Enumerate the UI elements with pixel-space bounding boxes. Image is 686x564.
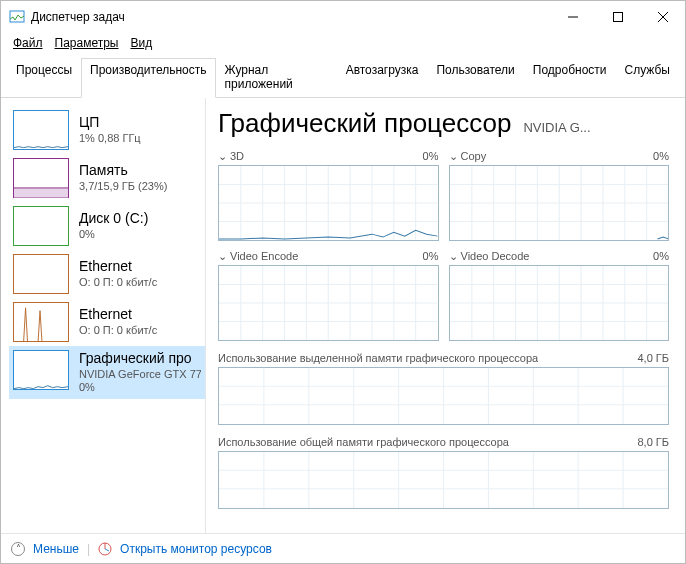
- chart-vencode-plot[interactable]: [218, 265, 439, 341]
- minimize-button[interactable]: [550, 2, 595, 31]
- sidebar-eth1-title: Ethernet: [79, 306, 157, 324]
- memory-sparkline: [13, 158, 69, 198]
- chart-vencode-label[interactable]: Video Encode: [230, 250, 298, 262]
- sidebar-cpu-sub: 1% 0,88 ГГц: [79, 132, 141, 146]
- sidebar-disk-sub: 0%: [79, 228, 148, 242]
- shared-memory-row: Использование общей памяти графического …: [218, 433, 669, 509]
- chart-copy-label[interactable]: Copy: [461, 150, 487, 162]
- gpu-model: NVIDIA G...: [523, 120, 590, 135]
- window-title: Диспетчер задач: [31, 10, 550, 24]
- sidebar-item-gpu[interactable]: Графический про NVIDIA GeForce GTX 770 0…: [9, 346, 205, 399]
- chart-3d: ⌄ 3D 0%: [218, 147, 439, 241]
- fewer-details-link[interactable]: Меньше: [33, 542, 79, 556]
- sidebar-gpu-title: Графический про: [79, 350, 201, 368]
- sidebar-eth0-sub: О: 0 П: 0 кбит/с: [79, 276, 157, 290]
- sidebar: ЦП 1% 0,88 ГГц Память 3,7/15,9 ГБ (23%) …: [1, 98, 206, 533]
- chart-vdecode-label[interactable]: Video Decode: [461, 250, 530, 262]
- chart-copy-plot[interactable]: [449, 165, 670, 241]
- tab-services[interactable]: Службы: [616, 58, 679, 97]
- maximize-button[interactable]: [595, 2, 640, 31]
- chevron-down-icon[interactable]: ⌄: [218, 150, 227, 163]
- chevron-down-icon[interactable]: ⌄: [449, 250, 458, 263]
- svg-rect-5: [14, 188, 68, 198]
- chevron-down-icon[interactable]: ⌄: [449, 150, 458, 163]
- tab-processes[interactable]: Процессы: [7, 58, 81, 97]
- chart-3d-plot[interactable]: [218, 165, 439, 241]
- tab-users[interactable]: Пользователи: [427, 58, 523, 97]
- chart-vdecode-value: 0%: [653, 250, 669, 262]
- dedicated-mem-value: 4,0 ГБ: [637, 352, 669, 364]
- gpu-sparkline: [13, 350, 69, 390]
- detail-panel: Графический процессор NVIDIA G... ⌄ 3D 0…: [206, 98, 685, 533]
- titlebar: Диспетчер задач: [1, 1, 685, 32]
- tab-app-history[interactable]: Журнал приложений: [216, 58, 337, 97]
- shared-mem-value: 8,0 ГБ: [637, 436, 669, 448]
- sidebar-gpu-sub2: 0%: [79, 381, 201, 395]
- shared-mem-plot[interactable]: [218, 451, 669, 509]
- sidebar-memory-title: Память: [79, 162, 167, 180]
- sidebar-item-memory[interactable]: Память 3,7/15,9 ГБ (23%): [9, 154, 205, 202]
- chart-vencode-value: 0%: [423, 250, 439, 262]
- open-resource-monitor-link[interactable]: Открыть монитор ресурсов: [120, 542, 272, 556]
- svg-line-79: [105, 549, 109, 551]
- sidebar-eth1-sub: О: 0 П: 0 кбит/с: [79, 324, 157, 338]
- sidebar-gpu-sub1: NVIDIA GeForce GTX 770: [79, 368, 201, 382]
- main-area: ЦП 1% 0,88 ГГц Память 3,7/15,9 ГБ (23%) …: [1, 98, 685, 533]
- sidebar-item-disk[interactable]: Диск 0 (C:) 0%: [9, 202, 205, 250]
- chart-vdecode-plot[interactable]: [449, 265, 670, 341]
- dedicated-mem-label: Использование выделенной памяти графичес…: [218, 352, 538, 364]
- svg-rect-2: [613, 12, 622, 21]
- chart-video-encode: ⌄ Video Encode 0%: [218, 247, 439, 341]
- collapse-icon[interactable]: ˄: [11, 542, 25, 556]
- app-icon: [9, 9, 25, 25]
- tab-performance[interactable]: Производительность: [81, 58, 215, 98]
- eth0-sparkline: [13, 254, 69, 294]
- footer: ˄ Меньше | Открыть монитор ресурсов: [1, 533, 685, 563]
- chart-copy-value: 0%: [653, 150, 669, 162]
- chart-copy: ⌄ Copy 0%: [449, 147, 670, 241]
- sidebar-item-cpu[interactable]: ЦП 1% 0,88 ГГц: [9, 106, 205, 154]
- dedicated-mem-plot[interactable]: [218, 367, 669, 425]
- chart-3d-value: 0%: [423, 150, 439, 162]
- sidebar-memory-sub: 3,7/15,9 ГБ (23%): [79, 180, 167, 194]
- close-button[interactable]: [640, 2, 685, 31]
- chart-video-decode: ⌄ Video Decode 0%: [449, 247, 670, 341]
- cpu-sparkline: [13, 110, 69, 150]
- menu-options[interactable]: Параметры: [49, 34, 125, 52]
- menu-file[interactable]: Файл: [7, 34, 49, 52]
- sidebar-eth0-title: Ethernet: [79, 258, 157, 276]
- page-title: Графический процессор: [218, 108, 511, 139]
- shared-mem-label: Использование общей памяти графического …: [218, 436, 509, 448]
- sidebar-item-ethernet-0[interactable]: Ethernet О: 0 П: 0 кбит/с: [9, 250, 205, 298]
- disk-sparkline: [13, 206, 69, 246]
- engine-charts-grid: ⌄ 3D 0% ⌄: [218, 147, 669, 341]
- sidebar-disk-title: Диск 0 (C:): [79, 210, 148, 228]
- tab-bar: Процессы Производительность Журнал прило…: [1, 54, 685, 98]
- menubar: Файл Параметры Вид: [1, 32, 685, 54]
- tab-details[interactable]: Подробности: [524, 58, 616, 97]
- sidebar-cpu-title: ЦП: [79, 114, 141, 132]
- eth1-sparkline: [13, 302, 69, 342]
- chart-3d-label[interactable]: 3D: [230, 150, 244, 162]
- menu-view[interactable]: Вид: [124, 34, 158, 52]
- sidebar-item-ethernet-1[interactable]: Ethernet О: 0 П: 0 кбит/с: [9, 298, 205, 346]
- resource-monitor-icon: [98, 542, 112, 556]
- chevron-down-icon[interactable]: ⌄: [218, 250, 227, 263]
- dedicated-memory-row: Использование выделенной памяти графичес…: [218, 349, 669, 425]
- tab-startup[interactable]: Автозагрузка: [337, 58, 428, 97]
